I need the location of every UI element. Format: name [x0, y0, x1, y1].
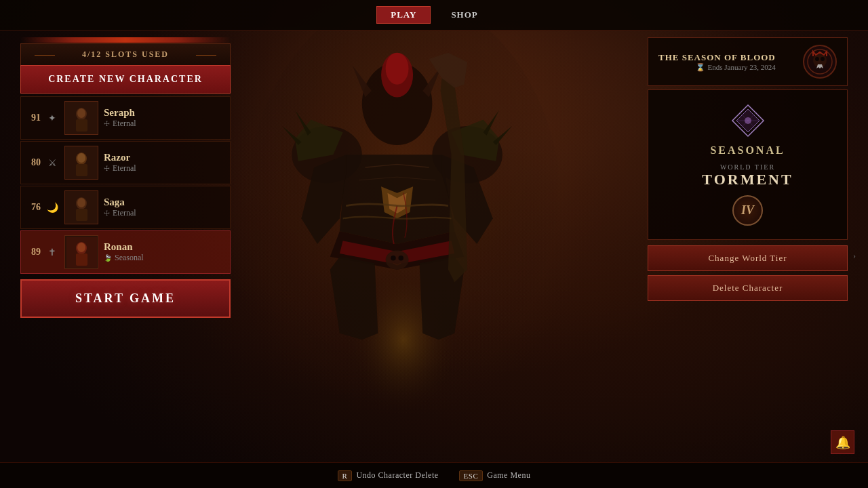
char-info-seraph: Seraph ☩ Eternal: [104, 107, 224, 129]
char-level-seraph: 91: [26, 113, 45, 123]
char-avatar-seraph: [64, 101, 98, 135]
world-tier-small-label: WORLD TIER: [702, 163, 793, 171]
type-icon-saga: ☩: [104, 209, 110, 217]
tier-badge: IV: [732, 195, 763, 226]
season-ends: ⌛ Ends January 23, 2024: [658, 63, 776, 72]
char-type-ronan: 🍃 Seasonal: [104, 253, 224, 263]
char-info-razor: Razor ☩ Eternal: [104, 152, 224, 174]
action-buttons: Change World Tier Delete Character: [648, 245, 848, 301]
svg-point-13: [77, 108, 85, 118]
svg-rect-20: [76, 209, 87, 221]
char-type-seraph: ☩ Eternal: [104, 119, 224, 129]
char-name-ronan: Ronan: [104, 241, 224, 253]
menu-label: Game Menu: [487, 470, 530, 481]
char-avatar-saga: [64, 190, 98, 224]
char-level-saga: 76: [26, 202, 45, 213]
char-name-razor: Razor: [104, 152, 224, 163]
char-type-razor: ☩ Eternal: [104, 163, 224, 174]
character-display: [170, 27, 637, 461]
season-info: THE SEASON OF BLOOD ⌛ Ends January 23, 2…: [658, 52, 776, 72]
class-icon-ronan: ✝: [45, 245, 59, 259]
char-name-seraph: Seraph: [104, 107, 224, 119]
class-icon-razor: ⚔: [45, 156, 59, 169]
type-icon-ronan: 🍃: [104, 254, 112, 262]
bell-icon: 🔔: [835, 435, 850, 450]
char-level-ronan: 89: [26, 247, 45, 258]
type-icon-razor: ☩: [104, 165, 110, 172]
svg-point-29: [821, 57, 825, 61]
season-icon: [803, 45, 837, 79]
type-label-razor: Eternal: [113, 163, 136, 174]
svg-point-21: [77, 198, 85, 207]
season-header: THE SEASON OF BLOOD ⌛ Ends January 23, 2…: [648, 37, 848, 86]
bottombar: R Undo Character Delete ESC Game Menu: [0, 462, 868, 488]
svg-rect-24: [76, 253, 87, 266]
change-world-tier-button[interactable]: Change World Tier: [648, 245, 848, 271]
svg-rect-12: [76, 119, 87, 131]
game-menu-item: ESC Game Menu: [459, 470, 531, 481]
start-game-button[interactable]: START GAME: [20, 279, 231, 318]
char-avatar-ronan: [64, 235, 98, 269]
char-name-saga: Saga: [104, 197, 224, 208]
svg-point-25: [77, 243, 85, 252]
undo-key-badge: R: [338, 470, 353, 481]
tier-numeral: IV: [741, 203, 754, 218]
play-button[interactable]: PLAY: [376, 6, 431, 24]
character-item-saga[interactable]: 76 🌙 Saga ☩ Eternal: [20, 186, 231, 229]
type-label-saga: Eternal: [113, 208, 136, 218]
class-icon-saga: 🌙: [45, 201, 59, 214]
char-info-saga: Saga ☩ Eternal: [104, 197, 224, 218]
svg-point-36: [745, 117, 751, 124]
class-icon-seraph: ✦: [45, 111, 59, 125]
world-tier-section: WORLD TIER TORMENT: [702, 163, 793, 188]
type-icon-seraph: ☩: [104, 120, 110, 127]
svg-point-4: [386, 53, 409, 85]
svg-point-8: [391, 256, 396, 261]
delete-character-button[interactable]: Delete Character: [648, 275, 848, 301]
hourglass-icon: ⌛: [696, 63, 705, 72]
slots-label: 4/12 SLOTS USED: [82, 49, 169, 59]
svg-rect-16: [76, 164, 87, 176]
shop-button[interactable]: SHOP: [437, 7, 491, 23]
char-level-razor: 80: [26, 157, 45, 168]
topbar: PLAY SHOP: [0, 0, 868, 30]
character-select-panel: 4/12 SLOTS USED CREATE NEW CHARACTER 91 …: [20, 37, 231, 318]
undo-delete-item: R Undo Character Delete: [338, 470, 439, 481]
character-emblem: [731, 104, 765, 138]
create-character-button[interactable]: CREATE NEW CHARACTER: [20, 65, 231, 94]
type-label-ronan: Seasonal: [115, 253, 144, 263]
svg-point-7: [386, 250, 409, 269]
torment-label: TORMENT: [702, 171, 793, 188]
scroll-indicator: ›: [853, 251, 856, 261]
type-label-seraph: Eternal: [113, 119, 136, 129]
character-info-panel: THE SEASON OF BLOOD ⌛ Ends January 23, 2…: [648, 37, 848, 301]
undo-label: Undo Character Delete: [356, 470, 438, 481]
season-title: THE SEASON OF BLOOD: [658, 52, 776, 63]
character-item-razor[interactable]: 80 ⚔ Razor ☩ Eternal: [20, 141, 231, 184]
character-item-seraph[interactable]: 91 ✦ Seraph ☩ Eternal: [20, 96, 231, 140]
character-list: 91 ✦ Seraph ☩ Eternal 80 ⚔: [20, 96, 231, 274]
char-seasonal-panel: SEASONAL WORLD TIER TORMENT IV: [648, 89, 848, 240]
svg-point-28: [815, 57, 819, 61]
char-avatar-razor: [64, 146, 98, 180]
svg-point-17: [77, 153, 85, 163]
notification-bell[interactable]: 🔔: [831, 430, 854, 454]
season-ends-text: Ends January 23, 2024: [708, 63, 776, 71]
svg-point-9: [398, 256, 403, 261]
slots-header: 4/12 SLOTS USED: [20, 43, 231, 65]
character-item-ronan[interactable]: 89 ✝ Ronan 🍃 Seasonal: [20, 230, 231, 274]
seasonal-label: SEASONAL: [710, 144, 785, 157]
menu-key-badge: ESC: [459, 470, 484, 481]
char-type-saga: ☩ Eternal: [104, 208, 224, 218]
character-silhouette: [170, 27, 637, 461]
character-svg: [170, 27, 637, 461]
panel-top-border: [20, 37, 231, 43]
char-info-ronan: Ronan 🍃 Seasonal: [104, 241, 224, 263]
